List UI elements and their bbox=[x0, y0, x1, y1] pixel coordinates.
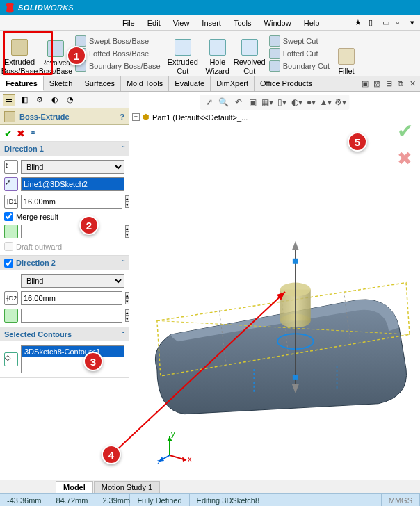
viewport-two-icon[interactable]: ▧ bbox=[372, 79, 382, 88]
panel-tab-icons: ☰ ◧ ⚙ ◐ ◔ bbox=[0, 92, 129, 108]
tab-dimxpert[interactable]: DimXpert bbox=[211, 76, 255, 91]
menu-insert[interactable]: Insert bbox=[196, 17, 227, 28]
collapse-icon: ˇ bbox=[122, 145, 124, 153]
selected-contours-header[interactable]: Selected Contours ˇ bbox=[0, 327, 129, 341]
zoom-area-icon[interactable]: 🔍 bbox=[218, 96, 230, 108]
menu-edit[interactable]: Edit bbox=[142, 17, 166, 28]
fillet-button[interactable]: Fillet bbox=[332, 31, 360, 76]
view-triad[interactable]: x y z bbox=[157, 431, 192, 466]
appearance-icon[interactable]: ▲▾ bbox=[320, 96, 332, 108]
detail-preview-button[interactable]: ⚭ bbox=[29, 128, 37, 138]
revolved-cut-button[interactable]: Revolved Cut bbox=[233, 31, 266, 76]
direction-2-enable-checkbox[interactable] bbox=[4, 259, 13, 268]
solidworks-icon bbox=[4, 2, 15, 13]
tab-evaluate[interactable]: Evaluate bbox=[169, 76, 211, 91]
help-button[interactable]: ? bbox=[120, 113, 124, 121]
menu-open-icon[interactable]: ▭ bbox=[377, 17, 388, 28]
badge-4: 4 bbox=[102, 445, 121, 464]
depth-input-1[interactable] bbox=[21, 195, 122, 209]
feature-actions: ✔ ✖ ⚭ bbox=[0, 125, 129, 142]
merge-result-label[interactable]: Merge result bbox=[4, 212, 58, 221]
status-x: -43.36mm bbox=[0, 494, 49, 506]
menu-help[interactable]: Help bbox=[298, 17, 325, 28]
viewport-max-icon[interactable]: ⧉ bbox=[396, 79, 405, 88]
feature-tree-icon[interactable]: ☰ bbox=[3, 94, 15, 106]
viewport-link-icon[interactable]: ⊟ bbox=[384, 79, 394, 88]
zoom-fit-icon[interactable]: ⤢ bbox=[203, 96, 216, 108]
svg-marker-16 bbox=[182, 457, 186, 462]
part-icon: ⬢ bbox=[143, 113, 150, 122]
hole-wizard-button[interactable]: Hole Wizard bbox=[202, 31, 233, 76]
extruded-cut-button[interactable]: Extruded Cut bbox=[163, 31, 202, 76]
merge-result-checkbox[interactable] bbox=[4, 212, 13, 221]
menu-window[interactable]: Window bbox=[259, 17, 297, 28]
tree-root-label[interactable]: Part1 (Default<<Default>_... bbox=[152, 113, 248, 122]
swept-boss-button[interactable]: Swept Boss/Base bbox=[75, 35, 161, 47]
tab-mold-tools[interactable]: Mold Tools bbox=[121, 76, 169, 91]
menu-more-icon[interactable]: ▾ bbox=[405, 17, 416, 28]
lofted-boss-button[interactable]: Lofted Boss/Base bbox=[75, 48, 161, 59]
model-tab[interactable]: Model bbox=[56, 481, 93, 493]
draft-angle-2-input[interactable] bbox=[21, 309, 122, 323]
boundary-cut-button[interactable]: Boundary Cut bbox=[269, 60, 330, 72]
menu-tools[interactable]: Tools bbox=[228, 17, 257, 28]
end-condition-2-select[interactable]: Blind bbox=[21, 274, 124, 288]
scene-icon[interactable]: ●▾ bbox=[305, 96, 318, 108]
ok-button[interactable]: ✔ bbox=[4, 128, 13, 139]
end-condition-select[interactable]: Blind bbox=[21, 160, 124, 174]
confirm-cancel-icon[interactable]: ✖ bbox=[397, 148, 413, 170]
badge-2: 2 bbox=[79, 215, 99, 235]
viewport-single-icon[interactable]: ▣ bbox=[360, 79, 370, 88]
boundary-boss-button[interactable]: Boundary Boss/Base bbox=[75, 60, 161, 72]
view-orient-icon[interactable]: ▦▾ bbox=[261, 96, 274, 108]
menu-save-icon[interactable]: ▫ bbox=[391, 17, 402, 28]
reverse-direction-icon[interactable]: ↕ bbox=[4, 160, 18, 174]
section-view-icon[interactable]: ▣ bbox=[247, 96, 259, 108]
tab-surfaces[interactable]: Surfaces bbox=[79, 76, 121, 91]
menu-file[interactable]: File bbox=[117, 17, 140, 28]
direction-vector-icon[interactable]: ↗ bbox=[4, 177, 18, 191]
tab-features[interactable]: Features bbox=[0, 76, 44, 91]
swept-cut-button[interactable]: Swept Cut bbox=[269, 35, 330, 47]
status-y: 84.72mm bbox=[49, 494, 96, 506]
confirm-ok-icon[interactable]: ✔ bbox=[397, 120, 413, 142]
feature-title: Boss-Extrude ? bbox=[0, 108, 129, 125]
badge-3: 3 bbox=[83, 352, 103, 371]
badge-1: 1 bbox=[67, 46, 86, 65]
property-icon[interactable]: ◧ bbox=[18, 94, 31, 106]
config-icon[interactable]: ⚙ bbox=[33, 94, 46, 106]
lofted-cut-button[interactable]: Lofted Cut bbox=[269, 48, 330, 59]
direction-2-header[interactable]: Direction 2 ˇ bbox=[0, 256, 129, 270]
cancel-button[interactable]: ✖ bbox=[17, 128, 25, 139]
prev-view-icon[interactable]: ↶ bbox=[232, 96, 245, 108]
tab-office-products[interactable]: Office Products bbox=[255, 76, 318, 91]
revolved-boss-icon bbox=[47, 40, 64, 57]
draft-icon[interactable] bbox=[4, 225, 18, 238]
selected-contours-section: Selected Contours ˇ ◇ 3DSketch8-Contour<… bbox=[0, 327, 129, 378]
depth-input-2[interactable] bbox=[21, 291, 122, 305]
display-icon[interactable]: ◔ bbox=[64, 94, 76, 106]
menu-star-icon[interactable]: ★ bbox=[349, 17, 360, 28]
settings-icon[interactable]: ⚙▾ bbox=[334, 96, 347, 108]
display-style-icon[interactable]: ▯▾ bbox=[276, 96, 289, 108]
menu-view[interactable]: View bbox=[168, 17, 195, 28]
tab-sketch[interactable]: Sketch bbox=[44, 76, 79, 91]
tree-expand-icon[interactable]: + bbox=[132, 113, 140, 121]
viewport-close-icon[interactable]: ✕ bbox=[407, 79, 417, 88]
contour-item[interactable]: 3DSketch8-Contour<1 bbox=[22, 346, 124, 357]
direction-reference-input[interactable] bbox=[21, 177, 124, 191]
draft-2-icon[interactable] bbox=[4, 309, 18, 323]
contour-listbox[interactable]: 3DSketch8-Contour<1 bbox=[21, 345, 124, 373]
brand-light: WORKS bbox=[43, 3, 74, 12]
extruded-boss-button[interactable]: Extruded Boss/Base bbox=[0, 31, 39, 76]
badge-5: 5 bbox=[348, 132, 367, 152]
dimxpert-icon[interactable]: ◐ bbox=[49, 94, 61, 106]
direction-1-header[interactable]: Direction 1 ˇ bbox=[0, 142, 129, 156]
status-units[interactable]: MMGS bbox=[382, 494, 420, 506]
model-view bbox=[136, 231, 413, 425]
menu-new-icon[interactable]: ▯ bbox=[363, 17, 374, 28]
motion-study-tab[interactable]: Motion Study 1 bbox=[94, 481, 160, 493]
hide-show-icon[interactable]: ◐▾ bbox=[291, 96, 303, 108]
draft-angle-input[interactable] bbox=[21, 225, 122, 238]
viewport[interactable]: ⤢ 🔍 ↶ ▣ ▦▾ ▯▾ ◐▾ ●▾ ▲▾ ⚙▾ + ⬢ Part1 (Def… bbox=[129, 92, 420, 480]
